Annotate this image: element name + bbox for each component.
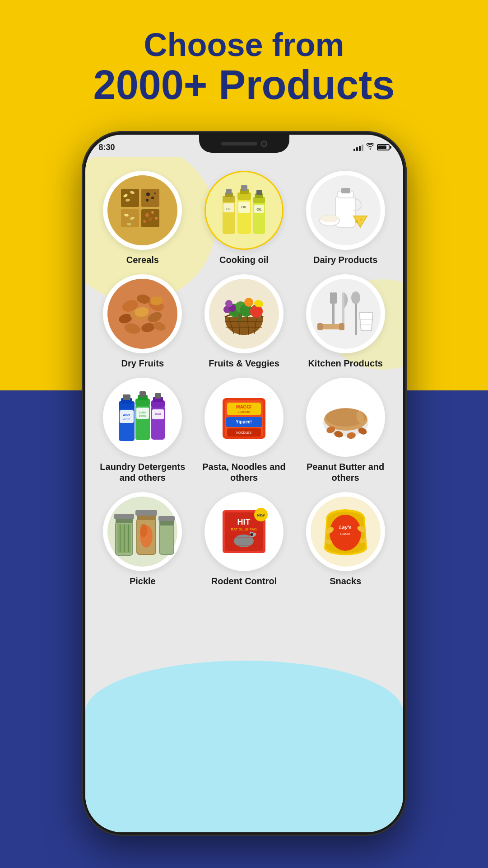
svg-rect-78 <box>335 292 337 304</box>
phone-outer-frame: 8:30 <box>82 131 407 836</box>
header-section: Choose from 2000+ Products <box>0 27 488 108</box>
category-label-peanut-butter: Peanut Butter and others <box>297 461 394 483</box>
category-circle-laundry: Ariel ULTRA SURF EXCEL <box>103 378 182 457</box>
signal-bar-1 <box>353 149 355 151</box>
svg-point-10 <box>146 199 149 202</box>
dairy-image <box>311 175 381 245</box>
category-circle-kitchen <box>306 274 385 353</box>
category-label-snacks: Snacks <box>330 576 361 586</box>
svg-rect-96 <box>139 391 146 397</box>
category-item-fruits-veggies[interactable]: Fruits & Veggies <box>195 274 293 369</box>
category-label-cooking-oil: Cooking oil <box>219 254 269 265</box>
category-item-dairy[interactable]: Dairy Products <box>297 171 394 265</box>
signal-bar-4 <box>362 145 363 151</box>
svg-rect-130 <box>114 514 134 519</box>
category-item-kitchen[interactable]: Kitchen Products <box>297 274 394 369</box>
svg-rect-24 <box>226 189 232 194</box>
svg-point-46 <box>355 220 358 223</box>
category-circle-fruits-veggies <box>204 274 284 353</box>
peanut-butter-image <box>311 382 381 452</box>
svg-point-72 <box>225 300 232 307</box>
category-label-dry-fruits: Dry Fruits <box>121 358 164 369</box>
category-label-pasta: Pasta, Noodles and others <box>195 461 293 483</box>
blue-blob <box>85 661 403 832</box>
signal-bar-3 <box>359 146 361 151</box>
svg-point-139 <box>140 524 147 537</box>
snacks-image: Lay's Classic <box>311 497 381 567</box>
svg-point-16 <box>151 211 154 214</box>
laundry-image: Ariel ULTRA SURF EXCEL <box>107 382 177 452</box>
rodent-image: HIT RAT GLUE PAD NEW <box>209 497 279 567</box>
svg-point-19 <box>155 217 158 220</box>
svg-rect-42 <box>341 188 350 193</box>
svg-point-154 <box>251 533 253 536</box>
status-time: 8:30 <box>99 143 115 152</box>
svg-text:Ariel: Ariel <box>123 413 130 417</box>
category-circle-dairy <box>306 171 385 250</box>
svg-text:HIT: HIT <box>237 517 250 526</box>
category-item-cereals[interactable]: Cereals <box>94 171 191 265</box>
category-circle-snacks: Lay's Classic <box>306 492 385 571</box>
svg-text:EXCEL: EXCEL <box>139 415 147 418</box>
svg-rect-142 <box>158 516 175 521</box>
category-circle-peanut-butter <box>306 378 385 457</box>
svg-point-9 <box>151 197 154 199</box>
svg-rect-36 <box>256 190 262 195</box>
phone-screen: 8:30 <box>85 135 403 832</box>
svg-text:OIL: OIL <box>242 205 247 209</box>
category-item-rodent[interactable]: HIT RAT GLUE PAD NEW <box>195 492 293 586</box>
category-circle-pickle <box>103 492 182 571</box>
svg-rect-34 <box>253 197 265 203</box>
screen-content: Cereals <box>85 157 403 832</box>
category-circle-rodent: HIT RAT GLUE PAD NEW <box>204 492 284 571</box>
category-circle-dry-fruits <box>103 274 182 353</box>
svg-text:ULTRA: ULTRA <box>123 418 130 420</box>
pickle-image <box>107 497 177 567</box>
category-label-laundry: Laundry Detergents and others <box>94 461 191 483</box>
category-label-dairy: Dairy Products <box>313 254 377 265</box>
category-label-cereals: Cereals <box>126 254 159 265</box>
svg-rect-89 <box>123 394 130 400</box>
svg-text:Classic: Classic <box>340 532 350 535</box>
svg-rect-30 <box>241 185 247 191</box>
svg-rect-137 <box>135 510 157 516</box>
signal-bar-2 <box>356 147 358 151</box>
svg-text:RAT GLUE PAD: RAT GLUE PAD <box>231 527 257 531</box>
svg-point-11 <box>154 192 156 194</box>
battery-icon <box>377 144 390 150</box>
category-item-laundry[interactable]: Ariel ULTRA SURF EXCEL <box>94 378 191 483</box>
battery-fill <box>378 145 386 149</box>
svg-rect-103 <box>155 393 161 399</box>
cereals-image <box>107 175 177 245</box>
svg-text:NEW: NEW <box>257 514 265 517</box>
svg-text:OIL: OIL <box>226 207 231 211</box>
category-circle-cooking-oil: OIL OIL <box>204 171 284 250</box>
kitchen-image <box>311 279 381 349</box>
svg-text:NOODLES: NOODLES <box>236 431 252 434</box>
svg-rect-82 <box>320 324 342 329</box>
pasta-image: MAGGI 2-Minute Yippee! NOODLES <box>209 382 279 452</box>
svg-rect-140 <box>159 524 174 554</box>
svg-rect-76 <box>332 292 335 328</box>
category-item-cooking-oil[interactable]: OIL OIL <box>195 171 293 265</box>
svg-point-47 <box>360 219 362 221</box>
svg-text:MAGGI: MAGGI <box>236 404 251 409</box>
svg-rect-2 <box>141 189 159 207</box>
svg-rect-83 <box>317 323 323 330</box>
category-item-pickle[interactable]: Pickle <box>94 492 191 586</box>
category-item-snacks[interactable]: Lay's Classic Snacks <box>297 492 394 586</box>
svg-text:OXO: OXO <box>155 413 162 415</box>
fruits-veggies-image <box>209 279 279 349</box>
svg-point-17 <box>149 217 152 221</box>
category-item-dry-fruits[interactable]: Dry Fruits <box>94 274 191 369</box>
svg-rect-68 <box>238 314 242 321</box>
svg-rect-84 <box>339 323 344 330</box>
svg-point-8 <box>146 192 150 196</box>
status-icons <box>353 143 390 151</box>
svg-point-18 <box>143 220 146 223</box>
category-item-peanut-butter[interactable]: Peanut Butter and others <box>297 378 394 483</box>
svg-text:Lay's: Lay's <box>339 525 352 530</box>
svg-point-15 <box>145 213 149 217</box>
category-circle-pasta: MAGGI 2-Minute Yippee! NOODLES <box>204 378 284 457</box>
category-item-pasta[interactable]: MAGGI 2-Minute Yippee! NOODLES Pasta, No… <box>195 378 293 483</box>
